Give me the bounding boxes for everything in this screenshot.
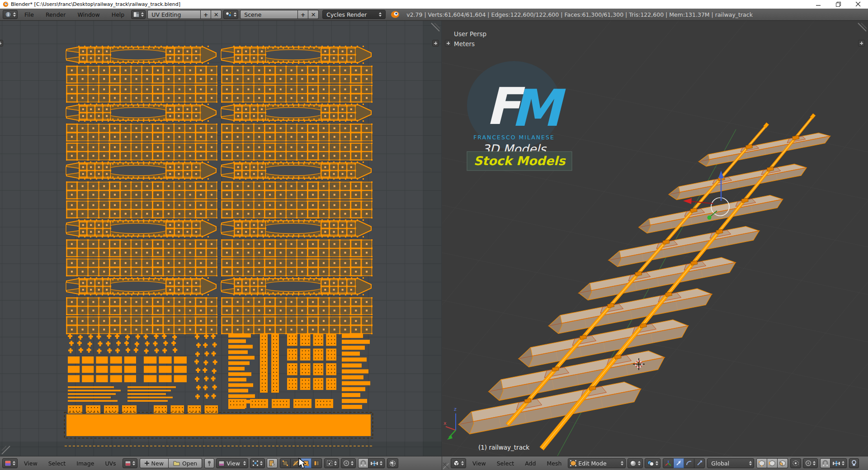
orientation-value: Global: [709, 460, 731, 467]
uv-canvas[interactable]: [0, 21, 442, 456]
uv-select-edge-button[interactable]: [291, 458, 301, 468]
menu-mesh[interactable]: Mesh: [541, 460, 567, 467]
manipulator-scale-button[interactable]: [694, 458, 705, 468]
pin-image-button[interactable]: [204, 458, 214, 468]
minimize-button[interactable]: [808, 0, 828, 9]
vertex-mode-icon: [282, 460, 288, 466]
add-scene-button[interactable]: +: [298, 10, 308, 19]
image-browse-button[interactable]: [123, 458, 137, 468]
manipulator-rotate-button[interactable]: [684, 458, 694, 468]
menu-select[interactable]: Select: [491, 460, 520, 467]
uv-select-island-button[interactable]: [311, 458, 322, 468]
sticky-selection-dropdown[interactable]: [324, 458, 339, 468]
scene-selector: Scene + ✕: [240, 10, 319, 19]
edge-select-button[interactable]: [767, 458, 778, 468]
vertex-select-button[interactable]: [756, 458, 767, 468]
render-engine-dropdown[interactable]: Cycles Render: [322, 10, 386, 19]
uv-globe-button[interactable]: [387, 458, 398, 468]
pivot-dropdown[interactable]: [250, 458, 265, 468]
pivot-point-dropdown[interactable]: [645, 458, 660, 468]
uv-select-face-button[interactable]: [301, 458, 311, 468]
tools-region-expander[interactable]: [0, 40, 3, 47]
menu-select[interactable]: Select: [43, 460, 71, 467]
uv-editor-header: View Select Image UVs New Open: [0, 456, 442, 470]
main-area: F M FRANCESCO MILANESE 3D Models Stock M…: [0, 21, 868, 456]
editor-type-info-button[interactable]: [3, 10, 18, 19]
uv-select-vertex-button[interactable]: [280, 458, 291, 468]
delete-scene-button[interactable]: ✕: [308, 10, 319, 19]
uv-select-mode-buttons: [280, 458, 322, 468]
translate-arrow-icon: [675, 460, 682, 466]
blender-logo-icon: [390, 10, 400, 19]
menu-add[interactable]: Add: [519, 460, 541, 467]
scene-field[interactable]: Scene: [240, 10, 298, 19]
globe-icon: [389, 460, 396, 467]
snap-increment-icon: [832, 461, 840, 466]
transform-orientation-dropdown[interactable]: Global: [707, 458, 754, 468]
uv-sync-selection-toggle[interactable]: [267, 458, 278, 468]
area-split-handle[interactable]: [428, 22, 440, 33]
open-image-button[interactable]: Open: [169, 458, 202, 468]
display-mode-dropdown[interactable]: View: [216, 458, 248, 468]
snap-increment-icon: [370, 461, 378, 466]
snap-toggle-button[interactable]: [358, 458, 368, 468]
chevron-updown-icon: [234, 12, 236, 17]
editor-type-image-button[interactable]: [2, 458, 18, 468]
display-mode-value: View: [225, 460, 242, 467]
snap-target-dropdown[interactable]: [368, 458, 385, 468]
units-label: Meters: [454, 40, 475, 47]
info-editor-header: File Render Window Help UV Editing + ✕ S…: [0, 9, 868, 21]
close-button[interactable]: [848, 0, 868, 9]
snap-toggle-button[interactable]: [820, 458, 830, 468]
view3d-header: View Select Add Mesh Edit Mode: [442, 456, 868, 470]
screen-layout-field[interactable]: UV Editing: [147, 10, 201, 19]
rotate-arc-icon: [686, 460, 692, 466]
menu-window[interactable]: Window: [71, 11, 105, 18]
stock-models-label: Stock Models: [474, 154, 566, 168]
viewport-3d[interactable]: F M FRANCESCO MILANESE 3D Models Stock M…: [442, 21, 868, 456]
image-icon: [125, 461, 131, 466]
restore-button[interactable]: [828, 0, 848, 9]
menu-uvs[interactable]: UVs: [99, 460, 121, 467]
window-titlebar[interactable]: Blender* [C:\Users\franc\Desktop\railway…: [0, 0, 868, 9]
menu-view[interactable]: View: [467, 460, 491, 467]
menu-image[interactable]: Image: [71, 460, 99, 467]
axis-z-label: z: [454, 406, 457, 412]
camera-icon: [851, 460, 857, 466]
menu-file[interactable]: File: [19, 11, 40, 18]
proportional-edit-dropdown[interactable]: [803, 458, 818, 468]
limit-selection-visible-button[interactable]: [790, 458, 801, 468]
view-name-label: User Persp: [454, 30, 486, 38]
uv-image-editor[interactable]: [0, 21, 442, 456]
render-border-button[interactable]: [849, 458, 859, 468]
chevron-updown-icon: [13, 12, 16, 17]
viewport-3d-scene[interactable]: F M FRANCESCO MILANESE 3D Models Stock M…: [442, 21, 868, 456]
menu-view[interactable]: View: [19, 460, 43, 467]
snap-target-dropdown[interactable]: [830, 458, 847, 468]
area-split-handle[interactable]: [854, 22, 867, 33]
properties-region-expander[interactable]: [858, 40, 865, 47]
axes-icon: [665, 460, 671, 466]
folder-icon: [173, 461, 180, 466]
delete-screen-layout-button[interactable]: ✕: [211, 10, 222, 19]
manipulator-toggle-button[interactable]: [663, 458, 674, 468]
menu-help[interactable]: Help: [106, 11, 131, 18]
pivot-point-icon: [647, 460, 654, 466]
manipulator-translate-button[interactable]: [674, 458, 684, 468]
manipulator-y-handle[interactable]: [708, 216, 712, 220]
editor-type-3dview-button[interactable]: [451, 458, 466, 468]
properties-region-expander[interactable]: [432, 40, 439, 47]
screen-layout-browse-button[interactable]: [131, 10, 146, 19]
proportional-edit-dropdown[interactable]: [341, 458, 356, 468]
area-corner-hatch[interactable]: [443, 457, 450, 470]
mode-dropdown[interactable]: Edit Mode: [568, 458, 626, 468]
area-split-handle[interactable]: [1, 445, 13, 455]
tool-shelf-expander[interactable]: [445, 40, 452, 47]
new-image-button[interactable]: New: [140, 458, 169, 468]
viewport-shading-dropdown[interactable]: [627, 458, 643, 468]
menu-render[interactable]: Render: [40, 11, 72, 18]
image-editor-icon: [5, 460, 11, 466]
scene-browse-button[interactable]: [223, 10, 238, 19]
face-select-button[interactable]: [778, 458, 788, 468]
add-screen-layout-button[interactable]: +: [201, 10, 211, 19]
